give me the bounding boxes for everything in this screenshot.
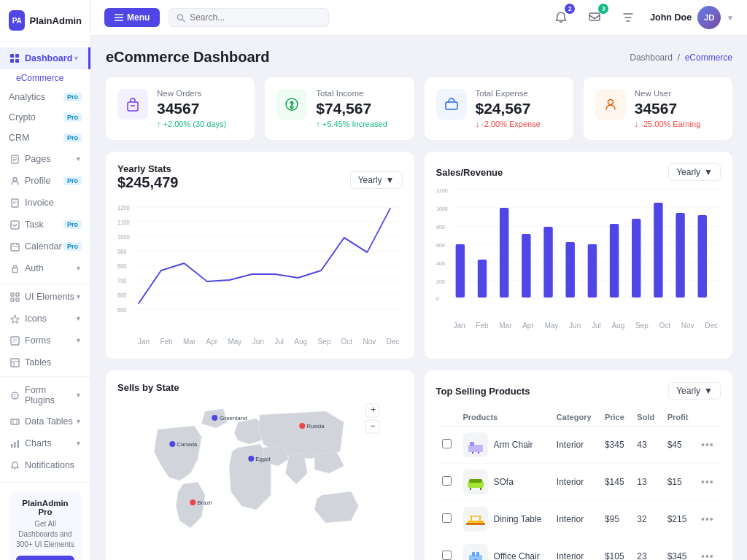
product-profit: $345 xyxy=(662,538,695,560)
logo: PA PlainAdmin xyxy=(0,0,90,42)
svg-rect-47 xyxy=(446,102,457,109)
filter-button[interactable] xyxy=(616,6,640,29)
search-input[interactable] xyxy=(190,12,321,23)
user-menu[interactable]: John Doe JD ▼ xyxy=(650,6,734,29)
sidebar-item-crm[interactable]: CRM Pro xyxy=(0,128,90,148)
stat-card-new-user: New User 34567 ↓ -25.00% Earning xyxy=(584,77,732,140)
sidebar: PA PlainAdmin Dashboard ▼ eCommerce Anal… xyxy=(0,0,91,560)
user-icon xyxy=(603,96,619,112)
stat-card-total-income: Total Income $74,567 ↑ +5.45% Increased xyxy=(265,77,414,140)
sidebar-item-ecommerce[interactable]: eCommerce xyxy=(0,69,90,87)
table-row: Dining Table Interior $95 32 $215 ••• xyxy=(436,501,721,538)
row-actions-button[interactable]: ••• xyxy=(701,439,714,451)
product-cell: Arm Chair xyxy=(463,432,545,457)
svg-rect-84 xyxy=(565,242,574,298)
receipt-icon xyxy=(9,197,20,209)
svg-text:Brazil: Brazil xyxy=(197,499,212,506)
sidebar-item-label: Pages xyxy=(25,154,75,164)
row-checkbox[interactable] xyxy=(442,439,452,448)
product-profit: $45 xyxy=(662,427,695,464)
sidebar-item-invoice[interactable]: Invoice xyxy=(0,192,90,214)
svg-text:800: 800 xyxy=(117,262,127,270)
product-price: $95 xyxy=(599,501,631,538)
svg-text:600: 600 xyxy=(117,292,127,299)
sidebar-item-crypto[interactable]: Crypto Pro xyxy=(0,107,90,128)
messages-button[interactable]: 3 xyxy=(583,6,606,29)
sidebar-item-calendar[interactable]: Calendar Pro xyxy=(0,236,90,257)
svg-rect-26 xyxy=(11,359,19,367)
svg-rect-36 xyxy=(14,442,16,448)
sidebar-item-label: Task xyxy=(25,219,63,230)
svg-rect-114 xyxy=(472,552,475,556)
sidebar-item-task[interactable]: Task Pro xyxy=(0,214,90,236)
new-user-icon-wrap xyxy=(595,89,626,120)
svg-rect-113 xyxy=(469,555,482,560)
sidebar-item-ui-elements[interactable]: UI Elements ▼ xyxy=(0,286,90,308)
table-header: Top Selling Products Yearly ▼ xyxy=(436,382,721,400)
sidebar-item-pages[interactable]: Pages ▼ xyxy=(0,148,90,170)
svg-text:Russia: Russia xyxy=(306,423,325,429)
sidebar-item-tables[interactable]: Tables xyxy=(0,351,90,373)
top-selling-period-select[interactable]: Yearly ▼ xyxy=(668,382,721,400)
sidebar-item-notifications[interactable]: Notifications xyxy=(0,454,90,476)
menu-button[interactable]: Menu xyxy=(104,8,160,27)
new-orders-icon-wrap xyxy=(117,89,148,120)
x-label-aug: Aug xyxy=(294,338,307,346)
chevron-down-icon: ▼ xyxy=(386,175,395,185)
svg-text:1200: 1200 xyxy=(117,204,130,211)
sidebar-item-auth[interactable]: Auth ▼ xyxy=(0,257,90,279)
sidebar-item-profile[interactable]: Profile Pro xyxy=(0,170,90,192)
stat-value: 34567 xyxy=(157,100,243,117)
line-chart-svg: 1200 1100 1000 900 800 700 600 500 xyxy=(117,201,403,332)
world-map-svg: Greenland Russia Canada Egypt Brazil xyxy=(117,400,403,553)
sidebar-item-form-plugins[interactable]: Form Plugins ▼ xyxy=(0,380,90,411)
sales-revenue-period-select[interactable]: Yearly ▼ xyxy=(668,163,721,181)
svg-text:900: 900 xyxy=(117,248,127,255)
sidebar-item-label: Forms xyxy=(25,335,75,346)
sidebar-item-charts[interactable]: Charts ▼ xyxy=(0,432,90,454)
row-checkbox[interactable] xyxy=(442,513,452,523)
map-area: Greenland Russia Canada Egypt Brazil xyxy=(117,400,403,560)
stat-label: Total Income xyxy=(316,89,402,98)
search-bar[interactable] xyxy=(169,8,329,27)
user-name: John Doe xyxy=(650,12,692,23)
row-checkbox[interactable] xyxy=(442,551,452,560)
sidebar-item-dashboard[interactable]: Dashboard ▼ xyxy=(0,47,90,69)
row-checkbox[interactable] xyxy=(442,476,452,486)
greenland-dot xyxy=(212,415,217,421)
x-label-apr: Apr xyxy=(206,338,218,346)
row-actions-button[interactable]: ••• xyxy=(701,513,714,525)
svg-rect-101 xyxy=(470,442,474,446)
svg-point-48 xyxy=(608,100,613,105)
sidebar-item-forms[interactable]: Forms ▼ xyxy=(0,330,90,351)
bottom-row: Sells by State xyxy=(106,370,732,560)
svg-rect-109 xyxy=(466,523,485,525)
svg-rect-18 xyxy=(11,293,14,296)
purchase-button[interactable]: Purchase Now xyxy=(16,556,74,560)
row-actions-button[interactable]: ••• xyxy=(701,551,714,560)
yearly-stats-period-select[interactable]: Yearly ▼ xyxy=(350,171,403,189)
sales-revenue-card: Sales/Revenue Yearly ▼ 1200 1000 800 600… xyxy=(425,152,733,359)
notifications-button[interactable]: 2 xyxy=(549,6,573,29)
stat-info-total-expense: Total Expense $24,567 ↓ -2.00% Expense xyxy=(476,89,562,128)
stat-card-new-orders: New Orders 34567 ↑ +2.00% (30 days) xyxy=(106,77,255,140)
row-actions-button[interactable]: ••• xyxy=(701,476,714,488)
sidebar-item-data-tables[interactable]: Data Tables ▼ xyxy=(0,411,90,432)
x-label-mar: Mar xyxy=(183,338,196,346)
new-orders-icon xyxy=(125,96,141,112)
x-label-jul: Jul xyxy=(274,338,284,346)
col-products: Products xyxy=(457,408,551,427)
pro-badge: Pro xyxy=(63,113,82,122)
breadcrumb-home[interactable]: Dashboard xyxy=(630,52,673,63)
sidebar-item-analytics[interactable]: Analytics Pro xyxy=(0,87,90,107)
col-price: Price xyxy=(599,408,631,427)
sidebar-item-icons[interactable]: Icons ▼ xyxy=(0,308,90,330)
total-income-icon-wrap xyxy=(276,89,307,120)
svg-text:1100: 1100 xyxy=(117,219,130,226)
sidebar-item-label: eCommerce xyxy=(16,73,82,83)
svg-rect-20 xyxy=(11,298,14,301)
sidebar-item-label: Dashboard xyxy=(25,53,73,63)
svg-rect-86 xyxy=(609,224,618,298)
product-cell: SOfa xyxy=(463,470,545,494)
product-image xyxy=(463,470,488,494)
